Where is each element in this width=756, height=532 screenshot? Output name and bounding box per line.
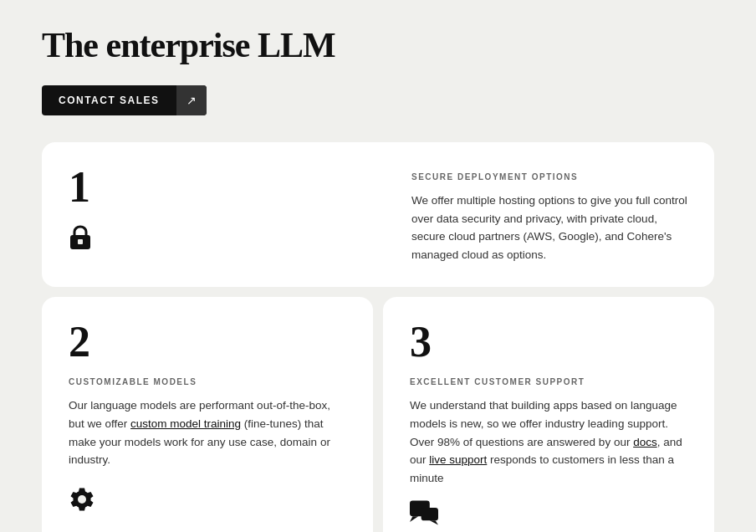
chat-icon (410, 500, 687, 529)
card-2-description: Our language models are performant out-o… (69, 396, 346, 468)
card-1-left: 1 (69, 166, 378, 263)
svg-marker-7 (430, 521, 438, 525)
card-1-description: We offer multiple hosting options to giv… (411, 192, 687, 263)
card-customer-support: 3 EXCELLENT CUSTOMER SUPPORT We understa… (383, 297, 714, 532)
card-customizable-models: 2 CUSTOMIZABLE MODELS Our language model… (42, 297, 373, 532)
card-3-section-title: EXCELLENT CUSTOMER SUPPORT (410, 377, 687, 386)
docs-link[interactable]: docs (633, 436, 657, 448)
card-3-description: We understand that building apps based o… (410, 396, 687, 487)
card-2-number: 2 (69, 320, 346, 364)
contact-sales-button[interactable]: CONTACT SALES ↗ (42, 85, 207, 115)
cards-container: 1 SECURE DEPLOYMENT OPTIONS We offer mul… (42, 142, 714, 532)
contact-sales-label: CONTACT SALES (42, 86, 176, 115)
card-3-number: 3 (410, 320, 687, 364)
svg-marker-5 (410, 517, 418, 523)
live-support-link[interactable]: live support (429, 453, 487, 466)
card-1-number: 1 (69, 166, 378, 209)
cards-bottom-row: 2 CUSTOMIZABLE MODELS Our language model… (42, 297, 714, 532)
lock-icon (69, 223, 378, 257)
svg-rect-2 (79, 240, 81, 243)
page-title: The enterprise LLM (42, 25, 714, 65)
card-2-section-title: CUSTOMIZABLE MODELS (69, 377, 346, 386)
svg-rect-6 (421, 508, 438, 520)
card-1-right: SECURE DEPLOYMENT OPTIONS We offer multi… (378, 166, 687, 263)
svg-point-3 (78, 495, 86, 504)
card-secure-deployment: 1 SECURE DEPLOYMENT OPTIONS We offer mul… (42, 142, 714, 287)
contact-sales-arrow-icon: ↗ (176, 85, 207, 115)
custom-model-training-link[interactable]: custom model training (130, 417, 241, 430)
gear-icon (69, 486, 346, 516)
card-1-section-title: SECURE DEPLOYMENT OPTIONS (411, 172, 687, 182)
